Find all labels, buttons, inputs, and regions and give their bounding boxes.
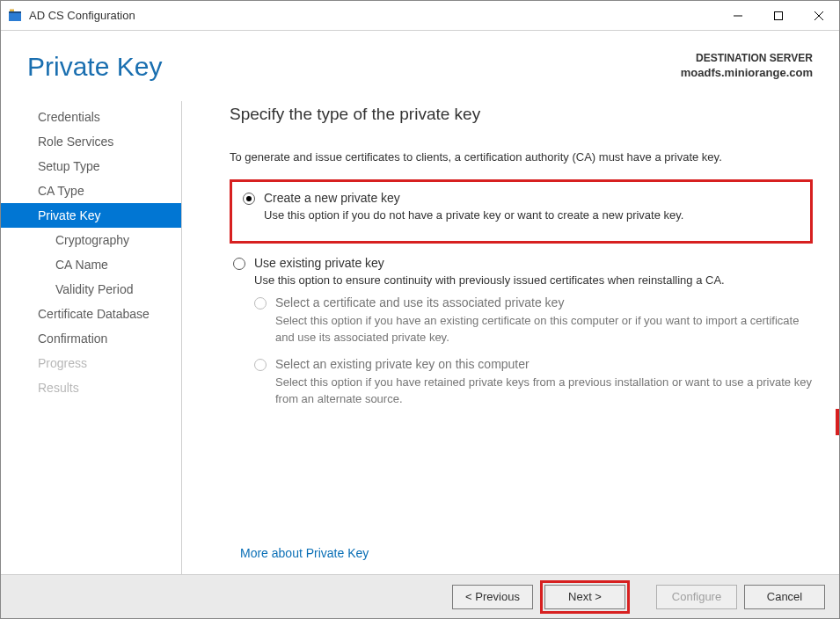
svg-rect-4 (775, 11, 783, 19)
destination-block: DESTINATION SERVER moadfs.miniorange.com (681, 52, 813, 82)
svg-rect-1 (9, 11, 21, 13)
configure-button: Configure (656, 585, 737, 609)
previous-button[interactable]: < Previous (452, 585, 533, 609)
sidebar-item-credentials[interactable]: Credentials (1, 105, 181, 129)
radio-existing-desc: Use this option to ensure continuity wit… (230, 273, 813, 287)
page-title: Private Key (27, 52, 681, 82)
button-bar: < Previous Next > Configure Cancel (1, 574, 839, 618)
sidebar-item-ca-name[interactable]: CA Name (1, 252, 181, 277)
radio-existing-label: Use existing private key (254, 256, 384, 270)
sidebar-item-results: Results (1, 375, 181, 400)
radio-icon (243, 193, 255, 205)
destination-label: DESTINATION SERVER (681, 52, 813, 64)
radio-select-cert: Select a certificate and use its associa… (251, 295, 813, 310)
content-intro: To generate and issue certificates to cl… (230, 150, 813, 164)
sidebar-item-confirmation[interactable]: Confirmation (1, 326, 181, 351)
sub-options: Select a certificate and use its associa… (230, 295, 813, 407)
radio-select-cert-label: Select a certificate and use its associa… (275, 295, 564, 310)
annotation-tick (836, 409, 839, 435)
body: Credentials Role Services Setup Type CA … (1, 96, 839, 578)
radio-create-new[interactable]: Create a new private key (239, 191, 803, 205)
option-create-highlight: Create a new private key Use this option… (230, 179, 813, 244)
radio-icon (233, 258, 245, 270)
sidebar-item-validity-period[interactable]: Validity Period (1, 277, 181, 302)
radio-create-desc: Use this option if you do not have a pri… (239, 208, 803, 222)
close-button[interactable] (799, 1, 839, 31)
radio-select-cert-desc: Select this option if you have an existi… (251, 313, 813, 346)
sidebar-item-setup-type[interactable]: Setup Type (1, 154, 181, 178)
sidebar-item-ca-type[interactable]: CA Type (1, 178, 181, 203)
sidebar-item-cryptography[interactable]: Cryptography (1, 228, 181, 252)
next-button-highlight: Next > (540, 580, 630, 614)
sidebar-item-role-services[interactable]: Role Services (1, 129, 181, 154)
radio-icon (254, 297, 267, 310)
sidebar: Credentials Role Services Setup Type CA … (1, 101, 182, 578)
window-title: AD CS Configuration (29, 9, 718, 22)
radio-create-label: Create a new private key (264, 191, 400, 205)
next-button[interactable]: Next > (544, 585, 625, 609)
content: Specify the type of the private key To g… (208, 101, 813, 578)
sidebar-item-private-key[interactable]: Private Key (1, 203, 181, 228)
content-heading: Specify the type of the private key (230, 105, 813, 124)
app-icon (8, 9, 22, 23)
more-link[interactable]: More about Private Key (240, 546, 369, 560)
minimize-button[interactable] (718, 1, 758, 31)
header: Private Key DESTINATION SERVER moadfs.mi… (1, 31, 839, 96)
radio-icon (254, 359, 267, 371)
radio-select-key: Select an existing private key on this c… (251, 357, 813, 371)
svg-rect-2 (10, 9, 14, 11)
sidebar-item-progress: Progress (1, 351, 181, 375)
destination-server: moadfs.miniorange.com (681, 66, 813, 79)
radio-use-existing[interactable]: Use existing private key (230, 256, 813, 270)
sidebar-item-cert-db[interactable]: Certificate Database (1, 302, 181, 326)
radio-select-key-desc: Select this option if you have retained … (251, 375, 813, 408)
radio-select-key-label: Select an existing private key on this c… (275, 357, 530, 371)
cancel-button[interactable]: Cancel (744, 585, 825, 609)
maximize-button[interactable] (758, 1, 799, 31)
titlebar: AD CS Configuration (1, 1, 839, 31)
